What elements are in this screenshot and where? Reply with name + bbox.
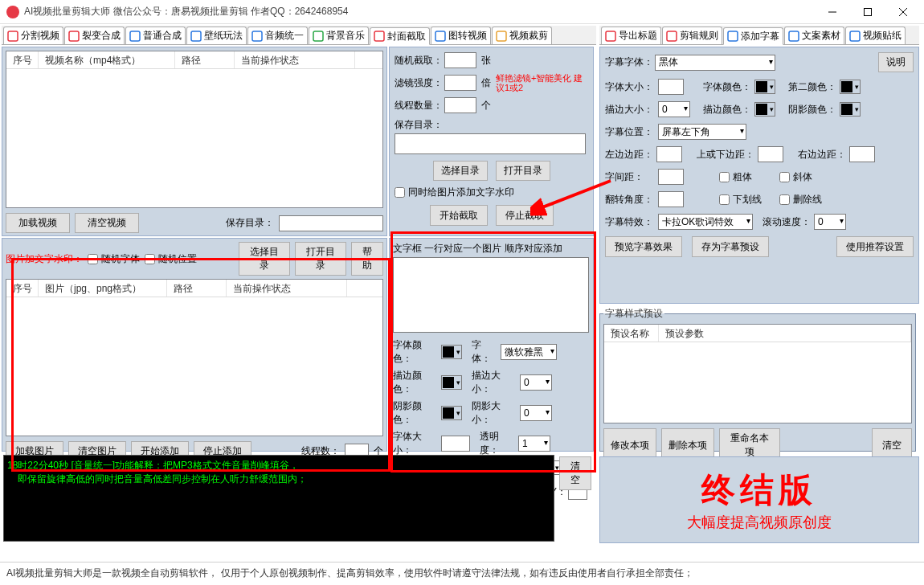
- sub-pos-combo[interactable]: 屏幕左下角: [658, 124, 746, 140]
- filter-hint: 鲜艳滤镜+智能美化 建议1或2: [496, 73, 584, 92]
- minimize-button[interactable]: [815, 0, 850, 24]
- clear-video-button[interactable]: 清空视频: [75, 213, 139, 233]
- font-size-input[interactable]: [441, 436, 470, 452]
- stop-capture-button[interactable]: 停止截取: [496, 205, 554, 226]
- tab-视频贴纸[interactable]: 视频贴纸: [845, 27, 906, 44]
- right-margin-input[interactable]: [849, 146, 875, 162]
- sub-font-combo[interactable]: 黑体: [655, 55, 775, 71]
- watermark-title: 图片加文字水印：: [6, 252, 83, 266]
- instruction-button[interactable]: 说明: [878, 52, 914, 72]
- tab-图转视频[interactable]: 图转视频: [431, 27, 491, 44]
- sub-font-size-input[interactable]: [658, 79, 684, 95]
- choose-dir-button[interactable]: 选择目录: [433, 161, 488, 181]
- tab-文案素材[interactable]: 文案素材: [784, 27, 844, 44]
- shadow-color-picker[interactable]: [441, 406, 462, 420]
- tab-icon: [7, 31, 18, 42]
- image-table[interactable]: 序号图片（jpg、png格式）路径当前操作状态: [6, 279, 383, 436]
- italic-checkbox[interactable]: 斜体: [779, 170, 812, 184]
- rotate-angle-input[interactable]: [658, 191, 684, 207]
- top-bottom-input[interactable]: [758, 146, 783, 162]
- top-bottom-label: 上或下边距：: [697, 148, 754, 162]
- tab-分割视频[interactable]: 分割视频: [3, 27, 63, 44]
- clear-log-button[interactable]: 清空: [559, 456, 591, 490]
- tab-label: 图转视频: [448, 29, 487, 43]
- open-dir-button[interactable]: 打开目录: [496, 161, 550, 181]
- wm-open-dir-button[interactable]: 打开目录: [295, 242, 346, 276]
- tab-icon: [849, 31, 861, 42]
- tab-封面截取[interactable]: 封面截取: [370, 27, 430, 45]
- random-capture-input[interactable]: [444, 52, 476, 68]
- footer-text: AI视频批量剪辑大师是一款视频全自动剪辑软件， 仅用于个人原创视频制作、提高剪辑…: [6, 567, 918, 580]
- tab-label: 视频裁剪: [509, 29, 548, 43]
- bold-checkbox[interactable]: 粗体: [719, 170, 752, 184]
- capture-save-dir-input[interactable]: [395, 133, 586, 154]
- tab-剪辑规则[interactable]: 剪辑规则: [662, 27, 722, 44]
- tab-壁纸玩法[interactable]: 壁纸玩法: [186, 27, 247, 44]
- stroke-size-combo[interactable]: 0: [520, 374, 552, 391]
- sub-effect-combo[interactable]: 卡拉OK歌词特效: [658, 214, 753, 230]
- window-controls: [815, 0, 921, 24]
- thread-count-input[interactable]: [444, 97, 476, 113]
- window-title: AI视频批量剪辑大师 微信公众号：唐易视频批量剪辑 作者QQ：264246895…: [24, 5, 348, 18]
- right-tabstrip: 导出标题剪辑规则添加字幕文案素材视频贴纸: [599, 26, 919, 45]
- preset-param-col: 预设参数: [659, 325, 911, 342]
- tab-icon: [374, 31, 385, 42]
- stroke-color-label: 描边颜色：: [393, 369, 440, 396]
- wm-choose-dir-button[interactable]: 选择目录: [239, 242, 290, 276]
- tab-音频统一[interactable]: 音频统一: [247, 27, 308, 44]
- maximize-button[interactable]: [850, 0, 885, 24]
- opacity-combo[interactable]: 1: [518, 436, 550, 452]
- help-button[interactable]: 帮助: [351, 242, 383, 276]
- start-capture-button[interactable]: 开始截取: [430, 205, 488, 226]
- shadow-size-combo[interactable]: 0: [520, 405, 552, 421]
- tab-普通合成[interactable]: 普通合成: [125, 27, 186, 44]
- scroll-speed-label: 滚动速度：: [763, 215, 811, 229]
- tab-背景音乐[interactable]: 背景音乐: [309, 27, 369, 44]
- tab-label: 分割视频: [21, 29, 59, 43]
- svg-rect-3: [130, 31, 140, 41]
- tab-裂变合成[interactable]: 裂变合成: [64, 27, 125, 44]
- use-rec-button[interactable]: 使用推荐设置: [836, 236, 914, 257]
- sub-shadow-color-picker[interactable]: [840, 102, 861, 117]
- tab-视频裁剪[interactable]: 视频裁剪: [492, 27, 552, 44]
- watermark-text-input[interactable]: [393, 257, 589, 333]
- svg-rect-5: [252, 31, 262, 41]
- stroke-color-picker[interactable]: [441, 375, 462, 390]
- font-family-combo[interactable]: 微软雅黑: [501, 344, 557, 360]
- random-pos-checkbox[interactable]: 随机位置: [145, 252, 197, 266]
- sub-font-color-picker[interactable]: [754, 80, 775, 94]
- preview-subtitle-button[interactable]: 预览字幕效果: [605, 236, 682, 257]
- unit-bei: 倍: [481, 76, 491, 90]
- sub-stroke-size-combo[interactable]: 0: [658, 101, 690, 117]
- filter-strength-input[interactable]: [444, 75, 476, 91]
- window-titlebar: AI视频批量剪辑大师 微信公众号：唐易视频批量剪辑 作者QQ：264246895…: [0, 0, 924, 24]
- rotate-angle-label: 翻转角度：: [605, 193, 655, 207]
- close-button[interactable]: [885, 0, 921, 24]
- tab-icon: [727, 31, 738, 42]
- video-save-dir-input[interactable]: [279, 215, 383, 231]
- save-preset-button[interactable]: 存为字幕预设: [692, 236, 769, 257]
- preset-table[interactable]: 预设名称预设参数: [603, 324, 912, 423]
- sub-stroke-color-picker[interactable]: [754, 102, 775, 117]
- table-col: 序号: [6, 51, 39, 68]
- font-color-picker[interactable]: [441, 345, 462, 359]
- tab-添加字幕[interactable]: 添加字幕: [723, 27, 783, 45]
- table-col: 路径: [175, 51, 235, 68]
- sub-font-label: 字幕字体：: [605, 55, 655, 69]
- tab-label: 封面截取: [387, 30, 426, 43]
- letter-space-input[interactable]: [658, 169, 684, 185]
- tab-icon: [605, 31, 616, 42]
- tab-导出标题[interactable]: 导出标题: [601, 27, 661, 44]
- add-watermark-checkbox[interactable]: 同时给图片添加文字水印: [395, 186, 514, 199]
- left-margin-input[interactable]: [656, 146, 682, 162]
- left-margin-label: 左边边距：: [605, 148, 653, 162]
- strikethrough-checkbox[interactable]: 删除线: [779, 193, 822, 207]
- load-video-button[interactable]: 加载视频: [6, 213, 70, 233]
- table-col: 当前操作状态: [235, 51, 355, 68]
- final-version-title: 终结版: [600, 468, 918, 513]
- video-table[interactable]: 序号视频名称（mp4格式）路径当前操作状态: [6, 51, 383, 208]
- underline-checkbox[interactable]: 下划线: [719, 193, 762, 207]
- sub-second-color-picker[interactable]: [840, 80, 861, 94]
- scroll-speed-combo[interactable]: 0: [814, 214, 846, 230]
- random-font-checkbox[interactable]: 随机字体: [88, 252, 140, 266]
